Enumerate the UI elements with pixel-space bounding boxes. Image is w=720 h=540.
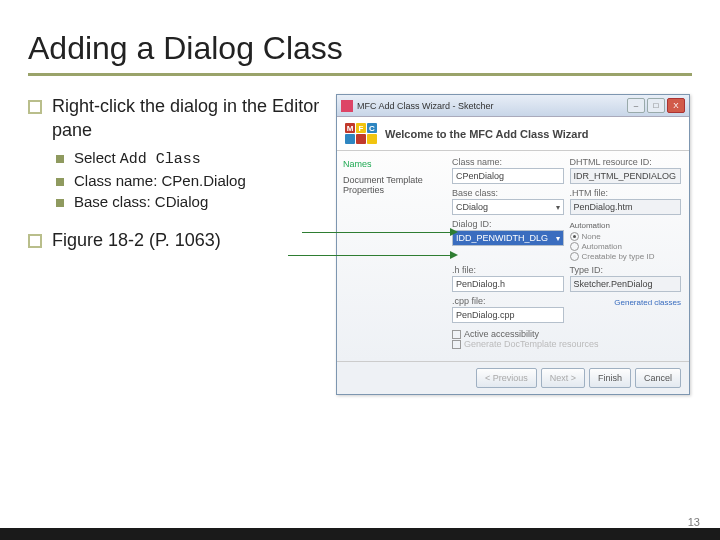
wizard-footer: < Previous Next > Finish Cancel <box>337 361 689 394</box>
bullet-1: Right-click the dialog in the Editor pan… <box>52 94 328 143</box>
wizard-titlebar[interactable]: MFC Add Class Wizard - Sketcher – □ X <box>337 95 689 117</box>
next-button[interactable]: Next > <box>541 368 585 388</box>
checkbox-icon <box>452 330 461 339</box>
sub-2: Class name: CPen.Dialog <box>74 172 246 189</box>
radio-none-label: None <box>582 232 601 241</box>
radio-icon <box>570 242 579 251</box>
close-button[interactable]: X <box>667 98 685 113</box>
maximize-button[interactable]: □ <box>647 98 665 113</box>
check-active-acc-label: Active accessibility <box>464 329 539 339</box>
arrow-line <box>302 232 450 233</box>
label-automation: Automation <box>570 221 682 230</box>
label-cpp-file: .cpp file: <box>452 296 564 306</box>
automation-group: Automation None Automation Creatable by … <box>570 221 682 261</box>
radio-creatable-label: Creatable by type ID <box>582 252 655 261</box>
radio-icon <box>570 252 579 261</box>
label-h-file: .h file: <box>452 265 564 275</box>
minimize-button[interactable]: – <box>627 98 645 113</box>
wizard-header-title: Welcome to the MFC Add Class Wizard <box>385 128 588 140</box>
select-base-class-value: CDialog <box>456 202 488 212</box>
label-type-id: Type ID: <box>570 265 682 275</box>
radio-icon <box>570 232 579 241</box>
bullet-square-icon <box>28 100 42 114</box>
finish-button[interactable]: Finish <box>589 368 631 388</box>
checkbox-icon <box>452 340 461 349</box>
wizard-header: MFC Welcome to the MFC Add Class Wizard <box>337 117 689 151</box>
bottom-bar <box>0 528 720 540</box>
input-h-file[interactable]: PenDialog.h <box>452 276 564 292</box>
check-gen-doctemplate[interactable]: Generate DocTemplate resources <box>452 339 681 349</box>
arrow-head-icon <box>450 228 458 236</box>
mfc-logo-icon: MFC <box>345 123 377 144</box>
check-active-accessibility[interactable]: Active accessibility <box>452 329 681 339</box>
sub-3: Base class: CDialog <box>74 193 208 210</box>
app-icon <box>341 100 353 112</box>
page-number: 13 <box>688 516 700 528</box>
radio-automation[interactable]: Automation <box>570 242 682 251</box>
label-dialog-id: Dialog ID: <box>452 219 564 229</box>
wizard-title: MFC Add Class Wizard - Sketcher <box>357 101 494 111</box>
chevron-down-icon: ▾ <box>556 234 560 243</box>
sidebar-item-doc-props[interactable]: Document Template Properties <box>343 175 438 195</box>
bullet-square-icon <box>28 234 42 248</box>
text-column: Right-click the dialog in the Editor pan… <box>28 94 328 258</box>
wizard-sidebar: Names Document Template Properties <box>337 151 444 361</box>
sidebar-item-names[interactable]: Names <box>343 159 438 169</box>
bullet-2: Figure 18-2 (P. 1063) <box>52 228 221 252</box>
select-dialog-id-value: IDD_PENWIDTH_DLG <box>456 233 548 243</box>
wizard-dialog: MFC Add Class Wizard - Sketcher – □ X MF… <box>336 94 690 395</box>
label-dhtml-id: DHTML resource ID: <box>570 157 682 167</box>
subbullet-square-icon <box>56 178 64 186</box>
label-class-name: Class name: <box>452 157 564 167</box>
slide-title: Adding a Dialog Class <box>28 30 692 67</box>
subbullet-square-icon <box>56 199 64 207</box>
arrow-head-icon <box>450 251 458 259</box>
label-base-class: Base class: <box>452 188 564 198</box>
cancel-button[interactable]: Cancel <box>635 368 681 388</box>
input-cpp-file[interactable]: PenDialog.cpp <box>452 307 564 323</box>
sub-1-code: Add Class <box>120 151 201 168</box>
chevron-down-icon: ▾ <box>556 203 560 212</box>
select-base-class[interactable]: CDialog▾ <box>452 199 564 215</box>
radio-none[interactable]: None <box>570 232 682 241</box>
label-htm-file: .HTM file: <box>570 188 682 198</box>
radio-creatable[interactable]: Creatable by type ID <box>570 252 682 261</box>
generated-classes-link[interactable]: Generated classes <box>570 298 682 325</box>
title-underline <box>28 73 692 76</box>
input-type-id: Sketcher.PenDialog <box>570 276 682 292</box>
sub-1-prefix: Select <box>74 149 120 166</box>
arrow-line <box>288 255 450 256</box>
check-gen-res-label: Generate DocTemplate resources <box>464 339 599 349</box>
input-htm-file: PenDialog.htm <box>570 199 682 215</box>
radio-automation-label: Automation <box>582 242 622 251</box>
input-dhtml-id: IDR_HTML_PENDIALOG <box>570 168 682 184</box>
select-dialog-id[interactable]: IDD_PENWIDTH_DLG▾ <box>452 230 564 246</box>
subbullet-square-icon <box>56 155 64 163</box>
input-class-name[interactable]: CPenDialog <box>452 168 564 184</box>
sub-1: Select Add Class <box>74 149 201 168</box>
previous-button[interactable]: < Previous <box>476 368 537 388</box>
wizard-form: Class name: CPenDialog DHTML resource ID… <box>444 151 689 361</box>
